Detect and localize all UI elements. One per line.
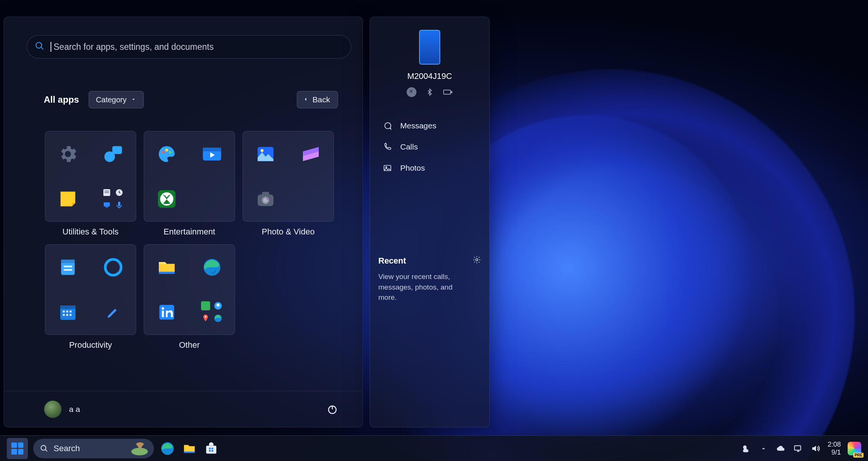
chevron-left-icon <box>303 95 309 104</box>
category-grid: Utilities & Tools Entertainment <box>45 131 334 350</box>
category-label: Entertainment <box>144 227 235 237</box>
network-icon[interactable] <box>793 443 803 454</box>
svg-rect-6 <box>104 202 110 207</box>
link-label: Photos <box>400 163 425 173</box>
sticky-notes-icon <box>56 187 80 211</box>
photo-empty-slot <box>299 187 323 211</box>
svg-point-43 <box>217 304 220 307</box>
tray-chevron-up-icon[interactable] <box>758 443 769 454</box>
start-footer: a a <box>4 391 363 427</box>
category-photo-video[interactable]: Photo & Video <box>243 131 334 237</box>
onedrive-icon[interactable] <box>776 443 786 454</box>
svg-rect-19 <box>262 192 269 195</box>
recent-section: Recent View your recent calls, messages,… <box>378 256 481 303</box>
photos-link[interactable]: Photos <box>370 157 489 179</box>
phone-links: Messages Calls Photos <box>370 115 489 179</box>
recent-title: Recent <box>378 256 406 266</box>
svg-rect-29 <box>60 305 76 309</box>
svg-point-52 <box>476 259 478 261</box>
settings-icon <box>56 142 80 166</box>
xbox-icon <box>155 187 178 211</box>
file-explorer-icon <box>155 256 178 279</box>
calls-link[interactable]: Calls <box>370 136 489 157</box>
cortana-icon <box>101 256 125 279</box>
search-icon <box>35 41 51 52</box>
messages-link[interactable]: Messages <box>370 115 489 136</box>
user-name[interactable]: a a <box>69 405 80 414</box>
category-productivity[interactable]: Productivity <box>45 244 136 350</box>
recent-text: View your recent calls, messages, photos… <box>378 271 465 303</box>
device-thumbnail[interactable] <box>419 30 440 65</box>
device-name: M2004J19C <box>370 71 489 81</box>
category-dropdown-label: Category <box>96 96 126 104</box>
svg-rect-1 <box>112 146 122 154</box>
svg-rect-8 <box>118 202 120 206</box>
category-utilities-tools[interactable]: Utilities & Tools <box>45 131 136 237</box>
svg-point-10 <box>165 148 168 151</box>
category-other[interactable]: Other <box>144 244 235 350</box>
svg-point-27 <box>105 259 121 275</box>
svg-rect-26 <box>64 269 72 271</box>
svg-rect-7 <box>106 207 108 208</box>
taskbar-app-store[interactable] <box>203 440 220 457</box>
svg-point-40 <box>161 307 164 310</box>
volume-icon[interactable] <box>810 443 821 454</box>
svg-point-17 <box>261 149 264 152</box>
tips-mini-icon <box>213 301 223 311</box>
svg-rect-62 <box>794 446 800 450</box>
svg-rect-60 <box>212 450 214 452</box>
maps-mini-icon <box>200 313 211 324</box>
power-button[interactable] <box>324 401 341 418</box>
back-button[interactable]: Back <box>297 91 338 108</box>
svg-point-11 <box>169 151 172 153</box>
svg-point-9 <box>162 151 164 153</box>
taskbar-clock[interactable]: 2:08 9/1 <box>828 441 841 456</box>
copilot-icon[interactable] <box>848 442 861 455</box>
clock-date: 9/1 <box>828 449 841 456</box>
back-button-label: Back <box>312 95 330 104</box>
start-search-box[interactable] <box>27 35 351 59</box>
notepad-icon <box>56 256 80 279</box>
svg-point-44 <box>205 316 207 318</box>
paint-icon <box>155 142 178 166</box>
taskbar-app-explorer[interactable] <box>181 440 198 457</box>
svg-rect-33 <box>63 314 65 316</box>
photos-icon <box>254 142 277 166</box>
linkedin-icon <box>155 301 178 324</box>
svg-rect-41 <box>201 301 210 310</box>
clock-time: 2:08 <box>828 441 841 449</box>
calendar-icon <box>56 301 80 324</box>
svg-rect-39 <box>162 310 164 317</box>
link-label: Calls <box>400 142 418 151</box>
clipchamp-icon <box>299 142 323 166</box>
category-dropdown[interactable]: Category <box>89 91 143 108</box>
category-label: Productivity <box>45 340 136 350</box>
svg-rect-49 <box>451 91 452 93</box>
category-entertainment[interactable]: Entertainment <box>144 131 235 237</box>
start-search-input[interactable] <box>54 42 343 52</box>
taskbar-search[interactable]: Search <box>33 439 154 458</box>
journal-mini-icon <box>101 187 112 198</box>
edge-mini-icon <box>213 313 223 324</box>
text-cursor <box>51 42 51 52</box>
taskbar-right: 2:08 9/1 <box>741 441 861 456</box>
link-label: Messages <box>400 121 436 130</box>
category-tiles <box>45 131 136 222</box>
svg-rect-4 <box>104 192 109 193</box>
phone-link-panel: M2004J19C Messages Calls Photos Recent <box>370 17 490 427</box>
feedback-hub-icon <box>101 142 125 166</box>
start-menu: All apps Category Back <box>4 17 363 427</box>
svg-rect-25 <box>64 265 72 267</box>
start-button[interactable] <box>7 438 28 459</box>
svg-rect-3 <box>104 191 109 191</box>
category-tiles <box>45 244 136 335</box>
category-tiles <box>144 244 235 335</box>
svg-rect-58 <box>212 447 214 449</box>
weather-icon[interactable] <box>741 443 751 454</box>
taskbar-app-edge[interactable] <box>159 440 176 457</box>
category-label: Utilities & Tools <box>45 227 136 237</box>
utilities-mini-group <box>101 187 125 211</box>
user-avatar[interactable] <box>44 401 61 418</box>
pc-manager-mini-icon <box>101 200 112 210</box>
gear-icon[interactable] <box>473 256 481 266</box>
